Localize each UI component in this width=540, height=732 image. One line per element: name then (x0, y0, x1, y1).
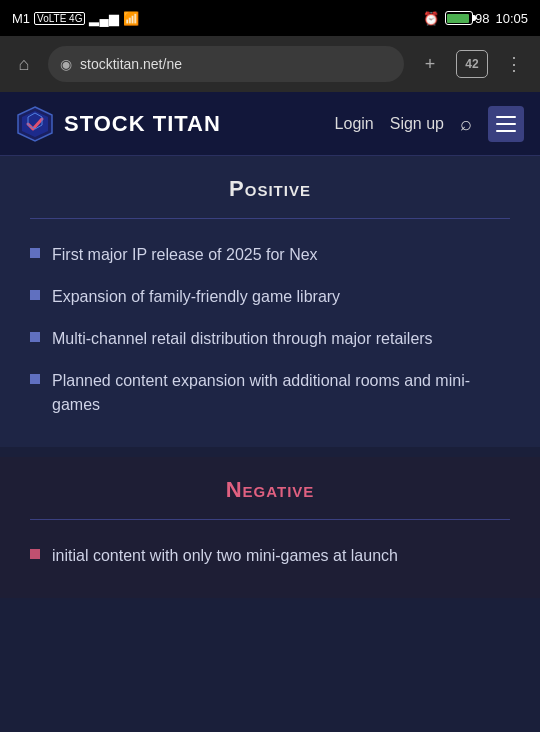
home-icon: ⌂ (19, 54, 30, 75)
positive-list: First major IP release of 2025 for Nex E… (30, 243, 510, 417)
status-bar: M1 VoLTE 4G ▂▄▆ 📶 ⏰ 98 10:05 (0, 0, 540, 36)
status-right: ⏰ 98 10:05 (423, 11, 528, 26)
nav-links: Login Sign up ⌕ (335, 106, 524, 142)
status-left: M1 VoLTE 4G ▂▄▆ 📶 (12, 11, 139, 26)
negative-title: Negative (30, 477, 510, 503)
alarm-icon: ⏰ (423, 11, 439, 26)
negative-divider (30, 519, 510, 520)
search-icon: ⌕ (460, 112, 472, 134)
list-item: initial content with only two mini-games… (30, 544, 510, 568)
bullet-icon (30, 549, 40, 559)
hamburger-menu[interactable] (488, 106, 524, 142)
signal-icon: ▂▄▆ (89, 11, 118, 26)
bullet-icon (30, 248, 40, 258)
positive-item-2: Expansion of family-friendly game librar… (52, 285, 340, 309)
tab-count-text: 42 (465, 57, 478, 71)
negative-list: initial content with only two mini-games… (30, 544, 510, 568)
carrier-text: M1 (12, 11, 30, 26)
positive-title: Positive (30, 176, 510, 202)
positive-item-1: First major IP release of 2025 for Nex (52, 243, 318, 267)
bullet-icon (30, 332, 40, 342)
bullet-icon (30, 374, 40, 384)
url-text: stocktitan.net/ne (80, 56, 182, 72)
hamburger-line-2 (496, 123, 516, 125)
more-icon: ⋮ (505, 53, 523, 75)
login-link[interactable]: Login (335, 115, 374, 133)
hamburger-line-1 (496, 116, 516, 118)
site-security-icon: ◉ (60, 56, 72, 72)
more-options-button[interactable]: ⋮ (498, 48, 530, 80)
positive-section: Positive First major IP release of 2025 … (0, 156, 540, 447)
list-item: Multi-channel retail distribution throug… (30, 327, 510, 351)
positive-item-4: Planned content expansion with additiona… (52, 369, 510, 417)
add-tab-icon: + (425, 54, 436, 75)
negative-section: Negative initial content with only two m… (0, 457, 540, 598)
list-item: Planned content expansion with additiona… (30, 369, 510, 417)
positive-divider (30, 218, 510, 219)
positive-item-3: Multi-channel retail distribution throug… (52, 327, 433, 351)
hamburger-line-3 (496, 130, 516, 132)
home-button[interactable]: ⌂ (10, 50, 38, 78)
tab-count-button[interactable]: 42 (456, 50, 488, 78)
new-tab-button[interactable]: + (414, 48, 446, 80)
list-item: First major IP release of 2025 for Nex (30, 243, 510, 267)
battery-indicator: 98 (445, 11, 489, 26)
browser-chrome: ⌂ ◉ stocktitan.net/ne + 42 ⋮ (0, 36, 540, 92)
battery-percent: 98 (475, 11, 489, 26)
search-button[interactable]: ⌕ (460, 112, 472, 135)
list-item: Expansion of family-friendly game librar… (30, 285, 510, 309)
site-header: STOCK TITAN Login Sign up ⌕ (0, 92, 540, 156)
volte-badge: VoLTE 4G (34, 12, 85, 25)
wifi-icon: 📶 (123, 11, 139, 26)
bullet-icon (30, 290, 40, 300)
logo-area: STOCK TITAN (16, 105, 335, 143)
address-bar[interactable]: ◉ stocktitan.net/ne (48, 46, 404, 82)
logo-text: STOCK TITAN (64, 111, 221, 137)
negative-item-1: initial content with only two mini-games… (52, 544, 398, 568)
clock: 10:05 (495, 11, 528, 26)
signup-link[interactable]: Sign up (390, 115, 444, 133)
main-content: Positive First major IP release of 2025 … (0, 156, 540, 732)
logo-icon (16, 105, 54, 143)
